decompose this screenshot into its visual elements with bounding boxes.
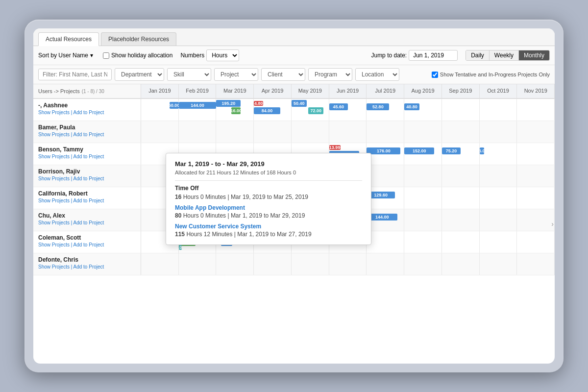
tooltip-project2-name: New Customer Service System xyxy=(175,223,362,230)
month-slot xyxy=(292,253,329,275)
month-jul: Jul 2019 xyxy=(367,84,404,98)
month-slot xyxy=(442,99,480,121)
client-filter[interactable]: Client xyxy=(261,68,305,81)
month-slot xyxy=(480,165,517,187)
month-slot xyxy=(442,231,480,253)
numbers-select[interactable]: Hours Days FTE xyxy=(206,49,239,61)
month-slot xyxy=(517,165,555,187)
table-row: Defonte, Chris Show Projects | Add to Pr… xyxy=(33,253,555,275)
tooltip-overlay: Mar 1, 2019 - to - Mar 29, 2019 Allocate… xyxy=(166,153,371,245)
location-filter[interactable]: Location xyxy=(355,68,399,81)
month-mar: Mar 2019 xyxy=(216,84,254,98)
month-slot xyxy=(442,121,480,143)
sort-group: Sort by User Name ▾ xyxy=(38,52,93,59)
month-oct: Oct 2019 xyxy=(480,84,517,98)
user-name-california[interactable]: California, Robert xyxy=(38,190,136,197)
month-slot xyxy=(254,253,292,275)
program-filter[interactable]: Program xyxy=(308,68,352,81)
user-actions-coleman[interactable]: Show Projects | Add to Project xyxy=(38,242,136,247)
month-slot xyxy=(480,231,517,253)
tentative-checkbox[interactable] xyxy=(432,72,438,78)
month-slot xyxy=(442,253,480,275)
project-filter[interactable]: Project xyxy=(214,68,258,81)
tab-actual-resources[interactable]: Actual Resources xyxy=(38,32,99,46)
month-slot xyxy=(404,187,442,209)
month-may: May 2019 xyxy=(292,84,329,98)
user-actions-california[interactable]: Show Projects | Add to Project xyxy=(38,198,136,203)
bar: 52.80 xyxy=(367,103,389,110)
user-name-chu[interactable]: Chu, Alex xyxy=(38,212,136,219)
user-actions-bamer[interactable]: Show Projects | Add to Project xyxy=(38,132,136,137)
jump-label: Jump to date: xyxy=(371,52,407,59)
user-col-aashnee: -, Aashnee Show Projects | Add to Projec… xyxy=(33,99,141,121)
jump-date-input[interactable] xyxy=(409,50,458,61)
skill-filter[interactable]: Skill xyxy=(167,68,211,81)
user-name-benson[interactable]: Benson, Tammy xyxy=(38,146,136,153)
bar: 75.20 xyxy=(442,147,461,154)
table-row: -, Aashnee Show Projects | Add to Projec… xyxy=(33,99,555,121)
weekly-button[interactable]: Weekly xyxy=(490,50,519,60)
daily-button[interactable]: Daily xyxy=(466,50,490,60)
month-slot xyxy=(442,165,480,187)
month-slot xyxy=(329,253,367,275)
tooltip-project2-hours: 115 xyxy=(175,231,185,238)
device-frame: Actual Resources Placeholder Resources S… xyxy=(24,20,564,372)
month-slot xyxy=(442,209,480,231)
numbers-group: Numbers Hours Days FTE xyxy=(180,49,239,61)
tab-placeholder-resources[interactable]: Placeholder Resources xyxy=(101,32,176,46)
month-slot xyxy=(517,121,555,143)
tooltip-section-title: Time Off xyxy=(175,185,362,192)
user-actions-chu[interactable]: Show Projects | Add to Project xyxy=(38,220,136,225)
user-name-borrison[interactable]: Borrison, Rajiv xyxy=(38,168,136,175)
months-header: Jan 2019 Feb 2019 Mar 2019 Apr 2019 May … xyxy=(141,84,555,98)
month-slot xyxy=(480,209,517,231)
bar: 72.00 xyxy=(308,107,323,114)
user-col-california: California, Robert Show Projects | Add t… xyxy=(33,187,141,209)
next-page-arrow[interactable]: › xyxy=(551,220,554,228)
name-filter-input[interactable] xyxy=(38,69,112,80)
user-name-defonte[interactable]: Defonte, Chris xyxy=(38,256,136,263)
bar: 13.99 xyxy=(329,145,341,150)
month-slot xyxy=(367,121,404,143)
month-nov: Nov 2019 xyxy=(517,84,555,98)
month-jun: Jun 2019 xyxy=(329,84,367,98)
months-row-bamer xyxy=(141,121,555,143)
months-row-aashnee: 60.00 144.00 195.20 16.00 4.80 84.00 50.… xyxy=(141,99,555,121)
user-actions-benson[interactable]: Show Projects | Add to Project xyxy=(38,154,136,159)
users-col-header: Users -> Projects (1 - 8) / 30 xyxy=(33,84,141,98)
jump-group: Jump to date: xyxy=(371,50,458,61)
bar: 195.20 xyxy=(216,100,241,107)
bar: 4.80 xyxy=(254,101,263,106)
month-slot xyxy=(404,165,442,187)
month-slot xyxy=(517,143,555,165)
month-feb: Feb 2019 xyxy=(179,84,217,98)
bar: 60.00 xyxy=(170,102,179,109)
holiday-checkbox[interactable] xyxy=(103,52,109,59)
month-slot xyxy=(404,253,442,275)
user-col-benson: Benson, Tammy Show Projects | Add to Pro… xyxy=(33,143,141,165)
month-slot xyxy=(517,187,555,209)
filter-bar: Department Skill Project Client Program … xyxy=(33,65,555,84)
numbers-label: Numbers xyxy=(180,52,204,59)
tooltip-time-off-label: Hours 0 Minutes | Mar 19, 2019 to Mar 25… xyxy=(183,194,308,200)
bar: 50.40 xyxy=(292,100,307,107)
user-name-bamer[interactable]: Bamer, Paula xyxy=(38,124,136,131)
month-slot xyxy=(179,121,217,143)
month-slot xyxy=(404,231,442,253)
month-slot xyxy=(480,187,517,209)
monthly-button[interactable]: Monthly xyxy=(519,50,549,60)
bar: 16.00 xyxy=(480,147,484,154)
gantt-header: Users -> Projects (1 - 8) / 30 Jan 2019 … xyxy=(33,84,555,99)
user-actions-aashnee[interactable]: Show Projects | Add to Project xyxy=(38,110,136,115)
user-actions-borrison[interactable]: Show Projects | Add to Project xyxy=(38,176,136,181)
month-slot xyxy=(141,253,179,275)
user-name-aashnee[interactable]: -, Aashnee xyxy=(38,102,136,109)
department-filter[interactable]: Department xyxy=(115,68,164,81)
tooltip-project1-hours: 80 xyxy=(175,212,181,219)
bar: 84.00 xyxy=(254,107,280,114)
user-actions-defonte[interactable]: Show Projects | Add to Project xyxy=(38,264,136,270)
month-slot xyxy=(216,121,254,143)
user-col-borrison: Borrison, Rajiv Show Projects | Add to P… xyxy=(33,165,141,187)
sort-chevron-icon: ▾ xyxy=(90,52,93,59)
user-name-coleman[interactable]: Coleman, Scott xyxy=(38,234,136,241)
